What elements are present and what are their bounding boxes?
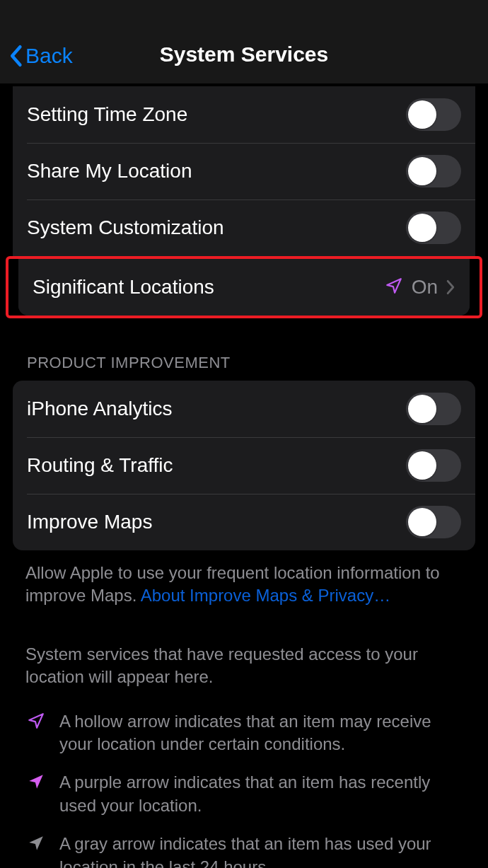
- row-label: Setting Time Zone: [27, 103, 187, 126]
- section-header-product-improvement: PRODUCT IMPROVEMENT: [0, 318, 488, 381]
- toggle-share-my-location[interactable]: [406, 155, 461, 187]
- footer-text-improve-maps: Allow Apple to use your frequent locatio…: [0, 550, 488, 608]
- toggle-routing-traffic[interactable]: [406, 449, 461, 482]
- row-label: Routing & Traffic: [27, 454, 173, 477]
- legend-text: A purple arrow indicates that an item ha…: [59, 771, 463, 817]
- highlight-box: Significant Locations On: [6, 256, 482, 318]
- legend-row-hollow: A hollow arrow indicates that an item ma…: [25, 710, 463, 756]
- row-label: Share My Location: [27, 160, 192, 183]
- toggle-improve-maps[interactable]: [406, 506, 461, 538]
- settings-group-product-improvement: iPhone Analytics Routing & Traffic Impro…: [13, 381, 475, 550]
- row-routing-traffic: Routing & Traffic: [13, 437, 475, 494]
- legend-text: A hollow arrow indicates that an item ma…: [59, 710, 463, 756]
- toggle-system-customization[interactable]: [406, 212, 461, 244]
- location-arrow-gray-icon: [25, 834, 47, 852]
- row-label: Improve Maps: [27, 511, 152, 533]
- back-button[interactable]: Back: [8, 44, 73, 68]
- back-label: Back: [25, 44, 73, 68]
- info-block: System services that have requested acce…: [0, 608, 488, 868]
- legend-row-purple: A purple arrow indicates that an item ha…: [25, 771, 463, 817]
- page-title: System Services: [0, 42, 488, 66]
- chevron-left-icon: [8, 45, 23, 67]
- legend-text: A gray arrow indicates that an item has …: [59, 833, 463, 868]
- settings-group-1: Setting Time Zone Share My Location Syst…: [13, 86, 475, 256]
- legend-row-gray: A gray arrow indicates that an item has …: [25, 833, 463, 868]
- toggle-setting-time-zone[interactable]: [406, 98, 461, 131]
- location-arrow-hollow-icon: [25, 712, 47, 730]
- link-about-improve-maps-privacy[interactable]: About Improve Maps & Privacy…: [141, 586, 390, 605]
- toggle-iphone-analytics[interactable]: [406, 393, 461, 425]
- row-improve-maps: Improve Maps: [13, 494, 475, 550]
- location-arrow-hollow-icon: [385, 277, 403, 298]
- row-setting-time-zone: Setting Time Zone: [13, 86, 475, 143]
- row-system-customization: System Customization: [13, 199, 475, 256]
- row-label: iPhone Analytics: [27, 398, 172, 420]
- row-label: Significant Locations: [33, 276, 214, 299]
- row-iphone-analytics: iPhone Analytics: [13, 381, 475, 437]
- row-label: System Customization: [27, 216, 224, 239]
- row-significant-locations[interactable]: Significant Locations On: [18, 259, 470, 316]
- chevron-right-icon: [446, 279, 455, 295]
- info-intro: System services that have requested acce…: [25, 643, 463, 689]
- location-arrow-purple-icon: [25, 772, 47, 791]
- navigation-bar: Back System Services: [0, 0, 488, 83]
- row-share-my-location: Share My Location: [13, 143, 475, 199]
- row-value: On: [412, 276, 438, 299]
